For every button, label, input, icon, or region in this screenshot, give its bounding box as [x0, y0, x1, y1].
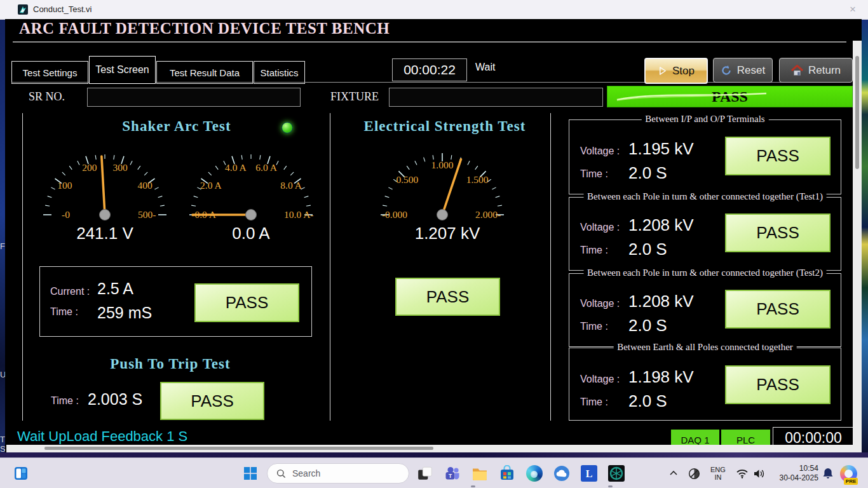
copilot-icon[interactable]: PRE: [840, 465, 857, 482]
svg-text:8.0 A: 8.0 A: [280, 180, 302, 191]
cloud-app-icon[interactable]: [553, 465, 570, 482]
task-view-icon[interactable]: [417, 465, 433, 482]
tab-statistics[interactable]: Statistics: [254, 61, 305, 84]
copilot-icon-center: [844, 470, 853, 478]
search-input[interactable]: Search: [267, 463, 409, 484]
start-button[interactable]: [244, 467, 257, 480]
horizontal-scrollbar-thumb[interactable]: [44, 447, 433, 450]
svg-text:-0: -0: [62, 209, 70, 220]
panel-border-left: [22, 113, 23, 421]
file-explorer-icon[interactable]: [471, 465, 488, 482]
taskbar-center: Search T: [244, 458, 635, 488]
language-indicator[interactable]: ENG IN: [710, 466, 726, 481]
refresh-icon: [721, 65, 732, 76]
time-label: Time :: [580, 245, 608, 256]
time-label: Time :: [580, 168, 608, 180]
svg-text:100: 100: [57, 180, 72, 191]
window-titlebar: Conduct_Test.vi ×: [0, 0, 868, 20]
sr-no-input[interactable]: [87, 88, 301, 107]
notification-bell-icon[interactable]: [822, 467, 834, 480]
ptt-pass-indicator: PASS: [160, 382, 264, 420]
clock[interactable]: 10:54 30-04-2025: [773, 464, 818, 483]
widgets-icon[interactable]: [13, 465, 29, 482]
electrical-pass-indicator: PASS: [395, 278, 500, 316]
shaker-current-gauge: -0.0 A2.0 A4.0 A6.0 A8.0 A10.0 A-: [181, 147, 321, 224]
voltage-label: Voltage :: [580, 146, 620, 157]
shaker-current-readout: 0.0 A: [181, 224, 321, 243]
shaker-arc-test-title: Shaker Arc Test: [62, 118, 291, 135]
vertical-scrollbar-thumb[interactable]: [855, 56, 859, 169]
vertical-scrollbar[interactable]: [853, 41, 862, 452]
return-button[interactable]: Return: [779, 58, 853, 83]
fixture-label: FIXTURE: [330, 90, 379, 104]
tab-test-result-data[interactable]: Test Result Data: [156, 61, 253, 84]
microsoft-store-icon[interactable]: [499, 465, 515, 482]
svg-text:200: 200: [82, 162, 97, 173]
desktop-text-fragment: F: [0, 241, 5, 251]
time-value: 2.0 S: [628, 316, 667, 336]
edge-icon[interactable]: [526, 465, 543, 482]
taskbar: Search T: [0, 458, 868, 488]
shaker-voltage-gauge: -0100200300400500-: [35, 147, 175, 224]
system-tray: ENG IN 10:54 30-04-2025: [668, 458, 857, 488]
svg-text:400: 400: [137, 180, 153, 191]
electrical-kv-gauge: -0.0000.5001.0001.5002.000-: [372, 147, 512, 224]
svg-text:4.0 A: 4.0 A: [225, 162, 247, 173]
voltage-label: Voltage :: [580, 374, 620, 385]
return-label: Return: [808, 64, 841, 77]
hv-test-4-pass: PASS: [725, 365, 831, 404]
hv-test-box-3: Between each Pole in turn & other connec…: [569, 273, 841, 347]
hv-test-3-title: Between each Pole in turn & other connec…: [583, 268, 827, 278]
tray-chevron-icon[interactable]: [668, 468, 679, 478]
edge-icon-center: [531, 471, 538, 478]
svg-text:6.0 A: 6.0 A: [255, 162, 277, 173]
push-to-trip-title: Push To Trip Test: [43, 356, 297, 372]
tab-test-screen[interactable]: Test Screen: [89, 56, 156, 84]
speaker-icon[interactable]: [753, 468, 766, 479]
hv-test-2-title: Between each Pole in turn & other connec…: [583, 191, 827, 202]
panel-divider-2: [550, 113, 551, 421]
voltage-value: 1.208 kV: [628, 292, 694, 311]
elapsed-timer: 00:00:22: [392, 58, 467, 81]
language-line2: IN: [710, 473, 726, 481]
search-icon: [276, 469, 286, 478]
svg-text:T: T: [449, 473, 452, 479]
reset-button[interactable]: Reset: [713, 58, 773, 83]
labview-vi-icon: [18, 4, 28, 15]
close-button[interactable]: ×: [845, 2, 860, 17]
conduct-app-icon[interactable]: [608, 465, 625, 482]
labview-icon[interactable]: L: [581, 465, 597, 482]
voltage-label: Voltage :: [580, 298, 620, 309]
voltage-value: 1.198 kV: [628, 367, 694, 387]
explorer-running-dot: [471, 485, 475, 487]
window-title: Conduct_Test.vi: [33, 4, 92, 14]
reset-label: Reset: [737, 64, 765, 77]
voltage-value: 1.195 kV: [628, 139, 694, 159]
electrical-kv-readout: 1.207 kV: [372, 224, 522, 243]
fixture-input[interactable]: [389, 88, 603, 107]
wifi-icon[interactable]: [736, 468, 749, 479]
time-label: Time :: [580, 396, 608, 408]
time-value: 2.0 S: [628, 391, 667, 411]
ptt-time-value: 2.003 S: [88, 390, 142, 409]
tab-test-settings[interactable]: Test Settings: [11, 61, 88, 84]
hv-test-box-2: Between each Pole in turn & other connec…: [569, 197, 841, 271]
panel-divider-1: [330, 113, 330, 421]
status-text: Wait: [475, 62, 495, 73]
svg-text:L: L: [586, 468, 593, 479]
voltage-value: 1.208 kV: [628, 215, 694, 235]
status-message: Wait UpLoad Feedback 1 S: [17, 428, 187, 445]
sr-no-label: SR NO.: [29, 90, 65, 104]
clock-date: 30-04-2025: [773, 473, 818, 483]
shaker-time-value: 259 mS: [97, 304, 152, 322]
ptt-time-label: Time :: [51, 395, 79, 407]
svg-text:2.0 A: 2.0 A: [200, 180, 222, 191]
teams-icon[interactable]: T: [444, 465, 461, 482]
horizontal-scrollbar[interactable]: [6, 445, 853, 452]
hv-test-4-title: Between Earth & all Poles connected toge…: [613, 342, 797, 353]
svg-text:-0.000: -0.000: [382, 209, 407, 220]
svg-text:1.500: 1.500: [466, 174, 489, 185]
privacy-off-icon[interactable]: [688, 467, 701, 480]
hv-test-2-pass: PASS: [725, 214, 831, 252]
stop-button[interactable]: Stop: [644, 58, 708, 84]
